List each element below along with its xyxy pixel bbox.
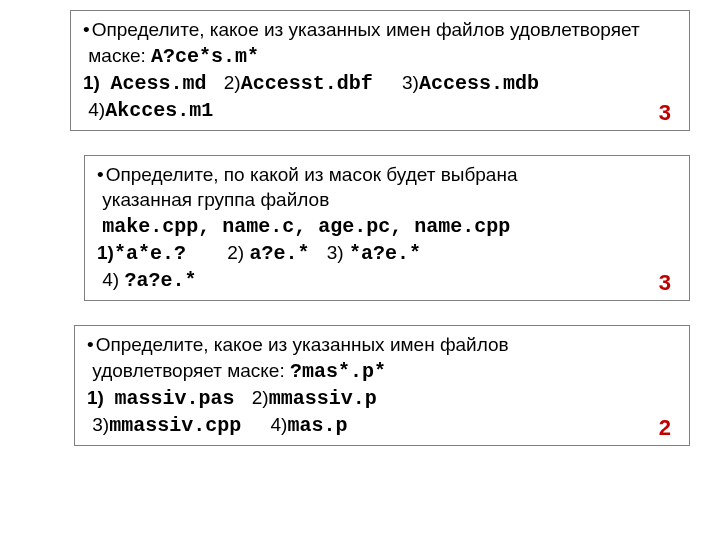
q1-opt2: Accesst.dbf xyxy=(241,72,373,95)
question-card-2: •Определите, по какой из масок будет выб… xyxy=(84,155,690,301)
q3-mask: ?mas*.p* xyxy=(290,360,386,383)
q2-opt2: a?e.* xyxy=(249,242,309,265)
bullet-icon: • xyxy=(87,332,94,358)
q2-n4: 4) xyxy=(102,269,119,290)
q2-n1: 1) xyxy=(97,242,114,263)
q3-prompt-a: Определите, какое из указанных имен файл… xyxy=(96,334,509,355)
q3-n2: 2) xyxy=(252,387,269,408)
q2-n3: 3) xyxy=(327,242,344,263)
q3-opt4: mas.p xyxy=(287,414,347,437)
q2-opt1: *a*e.? xyxy=(114,242,186,265)
q1-n2: 2) xyxy=(224,72,241,93)
bullet-icon: • xyxy=(97,162,104,188)
q1-prompt-b: маске: xyxy=(88,45,146,66)
q2-opt4: ?a?e.* xyxy=(124,269,196,292)
q2-files: make.cpp, name.c, age.pc, name.cpp xyxy=(102,215,510,238)
q2-opt3: *a?e.* xyxy=(349,242,421,265)
q1-n3: 3) xyxy=(402,72,419,93)
bullet-icon: • xyxy=(83,17,90,43)
q3-opt2: mmassiv.p xyxy=(269,387,377,410)
q3-prompt-b: удовлетворяет маске: xyxy=(92,360,284,381)
q1-answer: 3 xyxy=(659,98,671,128)
q1-opt1: Acess.md xyxy=(110,72,206,95)
question-card-3: •Определите, какое из указанных имен фай… xyxy=(74,325,690,446)
q2-prompt-b: указанная группа файлов xyxy=(102,189,329,210)
q1-mask: A?ce*s.m* xyxy=(151,45,259,68)
q1-opt4: Akcces.m1 xyxy=(105,99,213,122)
q2-n2: 2) xyxy=(227,242,244,263)
q3-answer: 2 xyxy=(659,413,671,443)
question-card-1: •Определите, какое из указанных имен фай… xyxy=(70,10,690,131)
q3-n3: 3) xyxy=(92,414,109,435)
q2-prompt-a: Определите, по какой из масок будет выбр… xyxy=(106,164,518,185)
q1-n1: 1) xyxy=(83,72,100,93)
q3-opt1: massiv.pas xyxy=(114,387,234,410)
q1-prompt-a: Определите, какое из указанных имен файл… xyxy=(92,19,640,40)
q2-answer: 3 xyxy=(659,268,671,298)
q3-n1: 1) xyxy=(87,387,104,408)
q1-opt3: Access.mdb xyxy=(419,72,539,95)
q3-opt3: mmassiv.cpp xyxy=(109,414,241,437)
q1-n4: 4) xyxy=(88,99,105,120)
q3-n4: 4) xyxy=(271,414,288,435)
